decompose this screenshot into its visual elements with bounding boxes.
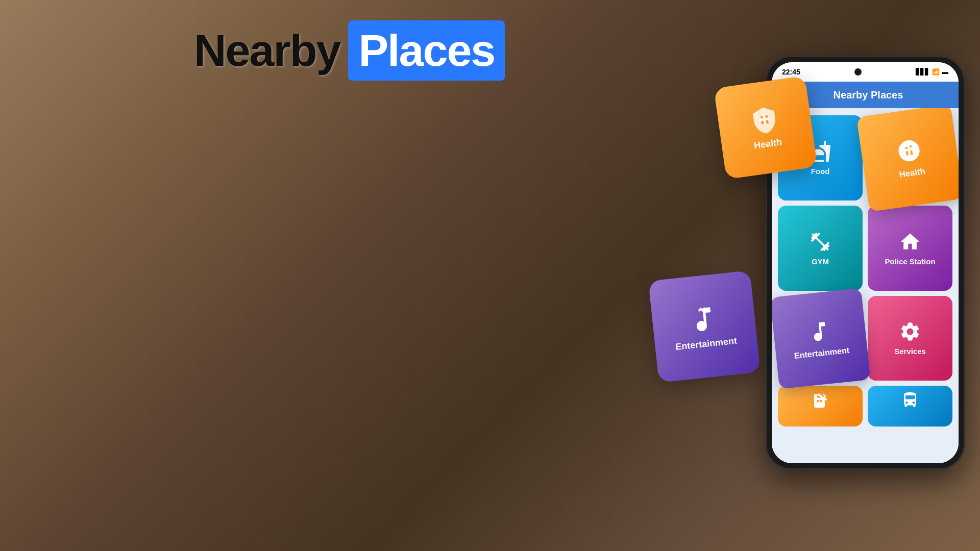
card-health[interactable]: Health [856,108,959,212]
card-gym-label: GYM [812,257,829,266]
card-health-label: Health [898,166,925,179]
battery-icon: ▬ [942,68,948,76]
float-entertainment-label: Entertainment [675,335,738,353]
gym-icon [809,231,831,253]
card-gym[interactable]: GYM [778,206,863,291]
title-places: Places [358,25,495,76]
card-services-label: Services [894,347,926,356]
card-entertainment[interactable]: Entertainment [772,288,871,389]
camera-dot [854,68,862,76]
title-places-bg: Places [348,20,505,81]
float-entertainment-card[interactable]: Entertainment [648,270,761,383]
services-icon [899,320,921,343]
card-bus[interactable] [868,386,952,427]
card-services[interactable]: Services [868,296,952,381]
app-title: Nearby Places [797,89,939,101]
card-police-label: Police Station [885,257,935,266]
status-icons: ▋▋▋ 📶 ▬ [916,68,948,76]
wifi-icon: 📶 [932,68,940,76]
status-time: 22:45 [782,68,800,76]
card-police[interactable]: Police Station [868,206,952,291]
float-health-card[interactable]: Health [714,76,817,179]
card-fuel[interactable] [778,386,863,427]
float-health-label: Health [753,136,782,151]
bus-icon [901,391,919,409]
signal-icon: ▋▋▋ [916,68,929,76]
title-area: Nearby Places [194,20,505,81]
main-content: Nearby Places 22:45 ▋▋▋ 📶 ▬ [0,0,980,551]
title-nearby: Nearby [194,24,340,77]
health-icon [895,137,923,165]
entertainment-icon [806,318,832,344]
card-entertainment-label: Entertainment [794,345,850,360]
float-entertainment-icon [687,303,721,336]
float-health-icon [748,104,780,136]
fuel-icon [811,391,829,409]
card-food-label: Food [811,167,830,176]
police-icon [899,231,921,253]
